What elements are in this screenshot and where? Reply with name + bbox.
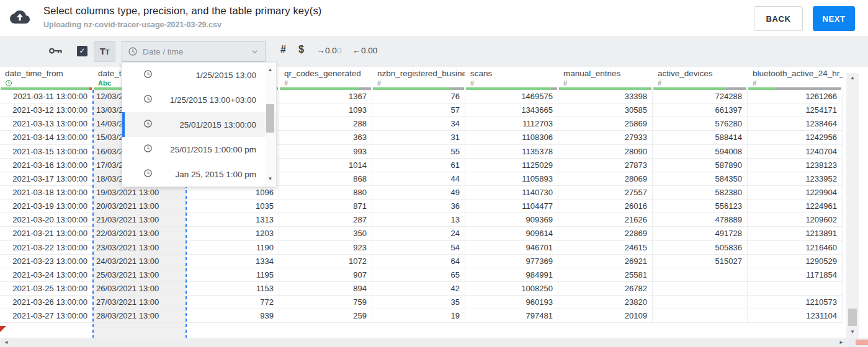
date-format-option[interactable]: Jan 25, 2015 1:00 pm bbox=[122, 162, 276, 187]
table-cell[interactable]: 19 bbox=[372, 309, 465, 323]
table-cell[interactable]: 1313 bbox=[186, 213, 279, 227]
table-cell[interactable]: 2021-03-14 13:00:00 bbox=[0, 131, 93, 144]
table-cell[interactable]: 25581 bbox=[558, 268, 653, 282]
table-cell[interactable]: 2021-03-27 13:00:00 bbox=[0, 309, 93, 323]
table-cell[interactable]: 1190 bbox=[186, 241, 279, 255]
dropdown-scrollbar[interactable]: ▲ ▼ bbox=[266, 64, 275, 185]
date-format-option[interactable]: 1/25/2015 13:00+03:00 bbox=[122, 87, 276, 112]
table-cell[interactable]: 1469575 bbox=[465, 90, 558, 103]
column-header-qr_codes_generated[interactable]: qr_codes_generated # bbox=[279, 67, 372, 90]
table-cell[interactable]: 2021-03-19 13:00:00 bbox=[0, 200, 93, 213]
table-cell[interactable]: 13 bbox=[372, 213, 465, 227]
table-cell[interactable]: 909614 bbox=[465, 227, 558, 240]
table-cell[interactable]: 1140730 bbox=[465, 186, 558, 200]
table-cell[interactable]: 868 bbox=[279, 172, 372, 186]
table-cell[interactable]: 28090 bbox=[558, 145, 653, 159]
table-cell[interactable]: 724288 bbox=[653, 90, 748, 103]
table-cell[interactable]: 772 bbox=[186, 296, 279, 309]
table-cell[interactable]: 26782 bbox=[558, 282, 653, 296]
table-cell[interactable]: 350 bbox=[279, 227, 372, 240]
table-cell[interactable]: 1104477 bbox=[465, 200, 558, 213]
column-header-manual_entries[interactable]: manual_entries # bbox=[558, 67, 653, 90]
table-cell[interactable]: 2021-03-17 13:00:00 bbox=[0, 172, 93, 186]
table-cell[interactable]: 1213891 bbox=[748, 227, 843, 240]
table-cell[interactable]: 759 bbox=[279, 296, 372, 309]
dropdown-scrollbar-thumb[interactable] bbox=[266, 104, 274, 133]
table-cell[interactable]: 1334 bbox=[186, 255, 279, 268]
table-cell[interactable]: 287 bbox=[279, 213, 372, 227]
table-cell[interactable]: 1238123 bbox=[748, 159, 843, 172]
table-cell[interactable]: 24/03/2021 13:00 bbox=[93, 255, 186, 268]
table-cell[interactable]: 1125029 bbox=[465, 159, 558, 172]
table-cell[interactable]: 907 bbox=[279, 268, 372, 282]
horizontal-scrollbar[interactable]: ◄ ► bbox=[0, 338, 868, 347]
table-cell[interactable]: 1224961 bbox=[748, 200, 843, 213]
table-cell[interactable]: 1096 bbox=[186, 186, 279, 200]
table-cell[interactable]: 923 bbox=[279, 241, 372, 255]
table-cell[interactable]: 24615 bbox=[558, 241, 653, 255]
table-cell[interactable]: 22869 bbox=[558, 227, 653, 240]
table-cell[interactable]: 1343665 bbox=[465, 103, 558, 117]
table-cell[interactable]: 20109 bbox=[558, 309, 653, 323]
table-cell[interactable]: 1108306 bbox=[465, 131, 558, 144]
table-cell[interactable]: 491728 bbox=[653, 227, 748, 240]
horizontal-scrollbar-thumb[interactable] bbox=[856, 340, 868, 345]
table-cell[interactable]: 478889 bbox=[653, 213, 748, 227]
table-cell[interactable] bbox=[653, 282, 748, 296]
table-cell[interactable]: 64 bbox=[372, 255, 465, 268]
table-cell[interactable]: 26/03/2021 13:00 bbox=[93, 282, 186, 296]
table-cell[interactable]: 871 bbox=[279, 200, 372, 213]
currency-type-button[interactable]: $ bbox=[298, 44, 304, 55]
table-cell[interactable]: 1229904 bbox=[748, 186, 843, 200]
table-cell[interactable]: 24 bbox=[372, 227, 465, 240]
scroll-down-icon[interactable]: ▼ bbox=[266, 176, 275, 182]
increase-decimal-button[interactable]: →0.00 bbox=[316, 45, 341, 55]
table-cell[interactable]: 22/03/2021 13:00 bbox=[93, 227, 186, 240]
table-cell[interactable]: 31 bbox=[372, 131, 465, 144]
table-cell[interactable]: 25869 bbox=[558, 117, 653, 131]
table-cell[interactable]: 20/03/2021 13:00 bbox=[93, 200, 186, 213]
table-cell[interactable]: 44 bbox=[372, 172, 465, 186]
table-cell[interactable]: 797481 bbox=[465, 309, 558, 323]
primary-key-icon[interactable] bbox=[48, 45, 63, 56]
table-cell[interactable]: 1210573 bbox=[748, 296, 843, 309]
table-cell[interactable]: 2021-03-15 13:00:00 bbox=[0, 145, 93, 159]
table-cell[interactable]: 1171854 bbox=[748, 268, 843, 282]
table-cell[interactable]: 23820 bbox=[558, 296, 653, 309]
table-cell[interactable] bbox=[653, 309, 748, 323]
datetime-type-select[interactable]: Date / time bbox=[122, 41, 266, 62]
table-cell[interactable]: 960193 bbox=[465, 296, 558, 309]
table-cell[interactable]: 1242956 bbox=[748, 131, 843, 144]
table-cell[interactable]: 57 bbox=[372, 103, 465, 117]
table-cell[interactable]: 259 bbox=[279, 309, 372, 323]
table-cell[interactable]: 35 bbox=[372, 296, 465, 309]
date-format-option[interactable]: 1/25/2015 13:00 bbox=[122, 63, 276, 87]
table-cell[interactable]: 1261266 bbox=[748, 90, 843, 103]
table-cell[interactable]: 363 bbox=[279, 131, 372, 144]
table-cell[interactable]: 2021-03-11 13:00:00 bbox=[0, 90, 93, 103]
table-cell[interactable]: 582380 bbox=[653, 186, 748, 200]
table-cell[interactable]: 1240704 bbox=[748, 145, 843, 159]
table-cell[interactable]: 28069 bbox=[558, 172, 653, 186]
table-cell[interactable]: 984991 bbox=[465, 268, 558, 282]
table-cell[interactable]: 1112703 bbox=[465, 117, 558, 131]
table-cell[interactable]: 1254171 bbox=[748, 103, 843, 117]
table-cell[interactable]: 2021-03-13 13:00:00 bbox=[0, 117, 93, 131]
table-cell[interactable]: 54 bbox=[372, 241, 465, 255]
table-cell[interactable]: 2021-03-24 13:00:00 bbox=[0, 268, 93, 282]
table-cell[interactable]: 1233952 bbox=[748, 172, 843, 186]
table-cell[interactable]: 576280 bbox=[653, 117, 748, 131]
table-cell[interactable]: 1093 bbox=[279, 103, 372, 117]
table-cell[interactable]: 33398 bbox=[558, 90, 653, 103]
table-cell[interactable]: 1008250 bbox=[465, 282, 558, 296]
table-cell[interactable]: 880 bbox=[279, 186, 372, 200]
table-cell[interactable]: 1035 bbox=[186, 200, 279, 213]
table-cell[interactable]: 946701 bbox=[465, 241, 558, 255]
table-cell[interactable]: 1195 bbox=[186, 268, 279, 282]
table-cell[interactable]: 1367 bbox=[279, 90, 372, 103]
table-cell[interactable]: 23/03/2021 13:00 bbox=[93, 241, 186, 255]
scroll-up-icon[interactable]: ▲ bbox=[266, 67, 275, 73]
table-cell[interactable]: 1105893 bbox=[465, 172, 558, 186]
table-cell[interactable]: 27/03/2021 13:00 bbox=[93, 296, 186, 309]
table-cell[interactable]: 36 bbox=[372, 200, 465, 213]
